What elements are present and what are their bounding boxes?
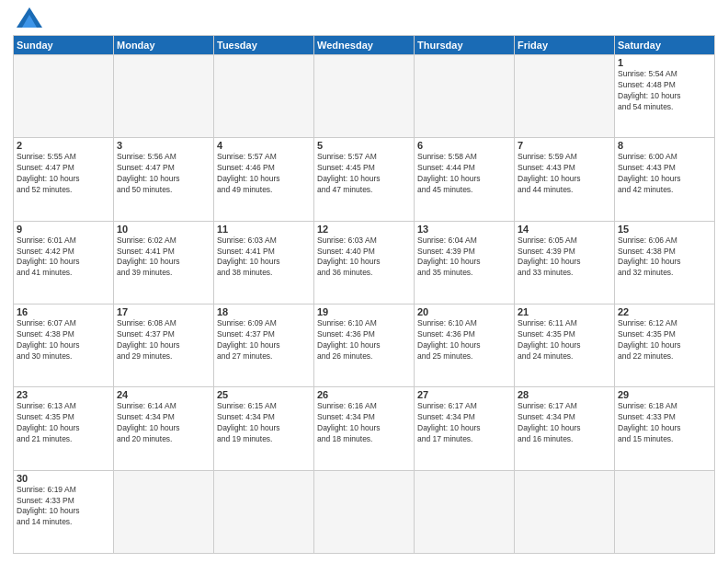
day-info: Sunrise: 5:54 AM Sunset: 4:48 PM Dayligh… bbox=[618, 69, 711, 113]
week-row-5: 23Sunrise: 6:13 AM Sunset: 4:35 PM Dayli… bbox=[14, 387, 715, 470]
calendar-cell: 28Sunrise: 6:17 AM Sunset: 4:34 PM Dayli… bbox=[515, 387, 615, 470]
weekday-header-friday: Friday bbox=[515, 36, 615, 55]
calendar-cell: 16Sunrise: 6:07 AM Sunset: 4:38 PM Dayli… bbox=[14, 304, 114, 386]
calendar-cell: 18Sunrise: 6:09 AM Sunset: 4:37 PM Dayli… bbox=[214, 304, 314, 386]
calendar-cell: 22Sunrise: 6:12 AM Sunset: 4:35 PM Dayli… bbox=[615, 304, 715, 386]
day-number: 18 bbox=[217, 306, 311, 317]
calendar-cell bbox=[314, 470, 415, 553]
day-number: 23 bbox=[17, 389, 110, 400]
calendar-cell bbox=[615, 470, 715, 553]
calendar-cell: 7Sunrise: 5:59 AM Sunset: 4:43 PM Daylig… bbox=[515, 138, 615, 221]
calendar-cell: 29Sunrise: 6:18 AM Sunset: 4:33 PM Dayli… bbox=[615, 387, 715, 470]
day-number: 15 bbox=[618, 224, 711, 235]
day-info: Sunrise: 6:14 AM Sunset: 4:34 PM Dayligh… bbox=[117, 401, 210, 445]
calendar-cell bbox=[114, 55, 214, 138]
day-number: 5 bbox=[317, 140, 411, 151]
calendar-cell: 17Sunrise: 6:08 AM Sunset: 4:37 PM Dayli… bbox=[114, 304, 214, 386]
day-number: 4 bbox=[217, 140, 311, 151]
header bbox=[13, 9, 715, 29]
day-info: Sunrise: 6:16 AM Sunset: 4:34 PM Dayligh… bbox=[317, 401, 411, 445]
day-number: 8 bbox=[618, 140, 711, 151]
week-row-1: 1Sunrise: 5:54 AM Sunset: 4:48 PM Daylig… bbox=[14, 55, 715, 138]
day-info: Sunrise: 5:56 AM Sunset: 4:47 PM Dayligh… bbox=[117, 152, 210, 196]
day-info: Sunrise: 6:03 AM Sunset: 4:41 PM Dayligh… bbox=[217, 236, 311, 280]
day-number: 12 bbox=[317, 224, 411, 235]
day-info: Sunrise: 6:13 AM Sunset: 4:35 PM Dayligh… bbox=[17, 401, 110, 445]
calendar-cell bbox=[114, 470, 214, 553]
week-row-3: 9Sunrise: 6:01 AM Sunset: 4:42 PM Daylig… bbox=[14, 221, 715, 304]
calendar-cell: 20Sunrise: 6:10 AM Sunset: 4:36 PM Dayli… bbox=[415, 304, 515, 386]
calendar-cell: 14Sunrise: 6:05 AM Sunset: 4:39 PM Dayli… bbox=[515, 221, 615, 304]
calendar-cell: 2Sunrise: 5:55 AM Sunset: 4:47 PM Daylig… bbox=[14, 138, 114, 221]
calendar-cell bbox=[214, 470, 314, 553]
calendar-cell bbox=[314, 55, 415, 138]
day-info: Sunrise: 6:08 AM Sunset: 4:37 PM Dayligh… bbox=[117, 318, 210, 362]
week-row-2: 2Sunrise: 5:55 AM Sunset: 4:47 PM Daylig… bbox=[14, 138, 715, 221]
day-number: 30 bbox=[17, 473, 110, 484]
day-info: Sunrise: 6:00 AM Sunset: 4:43 PM Dayligh… bbox=[618, 152, 711, 196]
day-info: Sunrise: 6:12 AM Sunset: 4:35 PM Dayligh… bbox=[618, 318, 711, 362]
day-info: Sunrise: 6:17 AM Sunset: 4:34 PM Dayligh… bbox=[417, 401, 511, 445]
day-number: 10 bbox=[117, 224, 210, 235]
weekday-header-monday: Monday bbox=[114, 36, 214, 55]
day-info: Sunrise: 6:05 AM Sunset: 4:39 PM Dayligh… bbox=[518, 236, 611, 280]
day-info: Sunrise: 6:19 AM Sunset: 4:33 PM Dayligh… bbox=[17, 485, 110, 529]
day-number: 13 bbox=[417, 224, 511, 235]
calendar-cell bbox=[415, 470, 515, 553]
day-number: 9 bbox=[17, 224, 110, 235]
day-number: 17 bbox=[117, 306, 210, 317]
calendar-cell: 10Sunrise: 6:02 AM Sunset: 4:41 PM Dayli… bbox=[114, 221, 214, 304]
day-info: Sunrise: 6:09 AM Sunset: 4:37 PM Dayligh… bbox=[217, 318, 311, 362]
calendar-cell: 1Sunrise: 5:54 AM Sunset: 4:48 PM Daylig… bbox=[615, 55, 715, 138]
calendar-cell bbox=[515, 55, 615, 138]
calendar-cell: 19Sunrise: 6:10 AM Sunset: 4:36 PM Dayli… bbox=[314, 304, 415, 386]
day-info: Sunrise: 5:57 AM Sunset: 4:46 PM Dayligh… bbox=[217, 152, 311, 196]
day-info: Sunrise: 6:04 AM Sunset: 4:39 PM Dayligh… bbox=[417, 236, 511, 280]
day-number: 3 bbox=[117, 140, 210, 151]
weekday-header-tuesday: Tuesday bbox=[214, 36, 314, 55]
day-number: 7 bbox=[518, 140, 611, 151]
logo-area bbox=[13, 9, 42, 29]
day-info: Sunrise: 6:06 AM Sunset: 4:38 PM Dayligh… bbox=[618, 236, 711, 280]
day-info: Sunrise: 6:15 AM Sunset: 4:34 PM Dayligh… bbox=[217, 401, 311, 445]
weekday-header-row: SundayMondayTuesdayWednesdayThursdayFrid… bbox=[14, 36, 715, 55]
day-info: Sunrise: 6:18 AM Sunset: 4:33 PM Dayligh… bbox=[618, 401, 711, 445]
weekday-header-thursday: Thursday bbox=[415, 36, 515, 55]
calendar-cell: 23Sunrise: 6:13 AM Sunset: 4:35 PM Dayli… bbox=[14, 387, 114, 470]
logo-icon bbox=[17, 7, 42, 28]
day-number: 27 bbox=[417, 389, 511, 400]
calendar-cell: 4Sunrise: 5:57 AM Sunset: 4:46 PM Daylig… bbox=[214, 138, 314, 221]
calendar-table: SundayMondayTuesdayWednesdayThursdayFrid… bbox=[13, 35, 715, 554]
day-number: 6 bbox=[417, 140, 511, 151]
calendar-cell: 9Sunrise: 6:01 AM Sunset: 4:42 PM Daylig… bbox=[14, 221, 114, 304]
calendar-cell: 13Sunrise: 6:04 AM Sunset: 4:39 PM Dayli… bbox=[415, 221, 515, 304]
calendar-cell: 27Sunrise: 6:17 AM Sunset: 4:34 PM Dayli… bbox=[415, 387, 515, 470]
day-info: Sunrise: 6:10 AM Sunset: 4:36 PM Dayligh… bbox=[417, 318, 511, 362]
calendar-cell: 30Sunrise: 6:19 AM Sunset: 4:33 PM Dayli… bbox=[14, 470, 114, 553]
weekday-header-saturday: Saturday bbox=[615, 36, 715, 55]
day-info: Sunrise: 5:59 AM Sunset: 4:43 PM Dayligh… bbox=[518, 152, 611, 196]
day-number: 2 bbox=[17, 140, 110, 151]
day-number: 20 bbox=[417, 306, 511, 317]
calendar-cell bbox=[14, 55, 114, 138]
calendar-cell: 26Sunrise: 6:16 AM Sunset: 4:34 PM Dayli… bbox=[314, 387, 415, 470]
day-number: 11 bbox=[217, 224, 311, 235]
day-info: Sunrise: 5:58 AM Sunset: 4:44 PM Dayligh… bbox=[417, 152, 511, 196]
day-number: 29 bbox=[618, 389, 711, 400]
day-info: Sunrise: 6:01 AM Sunset: 4:42 PM Dayligh… bbox=[17, 236, 110, 280]
day-info: Sunrise: 6:07 AM Sunset: 4:38 PM Dayligh… bbox=[17, 318, 110, 362]
calendar-cell bbox=[214, 55, 314, 138]
day-info: Sunrise: 5:57 AM Sunset: 4:45 PM Dayligh… bbox=[317, 152, 411, 196]
calendar-cell: 3Sunrise: 5:56 AM Sunset: 4:47 PM Daylig… bbox=[114, 138, 214, 221]
week-row-4: 16Sunrise: 6:07 AM Sunset: 4:38 PM Dayli… bbox=[14, 304, 715, 386]
day-number: 28 bbox=[518, 389, 611, 400]
calendar-cell: 25Sunrise: 6:15 AM Sunset: 4:34 PM Dayli… bbox=[214, 387, 314, 470]
week-row-6: 30Sunrise: 6:19 AM Sunset: 4:33 PM Dayli… bbox=[14, 470, 715, 553]
calendar-cell: 12Sunrise: 6:03 AM Sunset: 4:40 PM Dayli… bbox=[314, 221, 415, 304]
calendar-cell: 5Sunrise: 5:57 AM Sunset: 4:45 PM Daylig… bbox=[314, 138, 415, 221]
day-number: 24 bbox=[117, 389, 210, 400]
calendar-cell: 6Sunrise: 5:58 AM Sunset: 4:44 PM Daylig… bbox=[415, 138, 515, 221]
day-number: 16 bbox=[17, 306, 110, 317]
calendar-cell: 21Sunrise: 6:11 AM Sunset: 4:35 PM Dayli… bbox=[515, 304, 615, 386]
day-info: Sunrise: 5:55 AM Sunset: 4:47 PM Dayligh… bbox=[17, 152, 110, 196]
